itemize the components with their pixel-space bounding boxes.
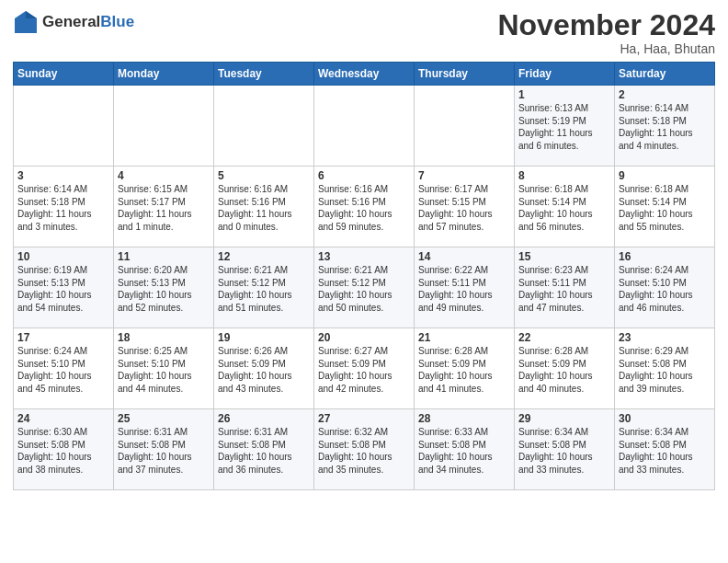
day-number: 4 [118, 169, 210, 182]
day-number: 1 [518, 88, 610, 101]
day-info: Sunrise: 6:20 AM Sunset: 5:13 PM Dayligh… [118, 264, 210, 314]
day-info: Sunrise: 6:21 AM Sunset: 5:12 PM Dayligh… [318, 264, 410, 314]
day-info: Sunrise: 6:18 AM Sunset: 5:14 PM Dayligh… [518, 183, 610, 233]
calendar-cell: 5Sunrise: 6:16 AM Sunset: 5:16 PM Daylig… [214, 167, 314, 247]
calendar-cell [14, 86, 114, 167]
calendar-cell [415, 86, 515, 167]
calendar-cell: 28Sunrise: 6:33 AM Sunset: 5:08 PM Dayli… [415, 409, 515, 490]
day-info: Sunrise: 6:21 AM Sunset: 5:12 PM Dayligh… [218, 264, 310, 314]
calendar-week-row: 17Sunrise: 6:24 AM Sunset: 5:10 PM Dayli… [14, 328, 715, 409]
title-block: November 2024 Ha, Haa, Bhutan [497, 9, 715, 56]
calendar-cell: 16Sunrise: 6:24 AM Sunset: 5:10 PM Dayli… [615, 247, 715, 328]
day-info: Sunrise: 6:15 AM Sunset: 5:17 PM Dayligh… [118, 183, 210, 233]
logo-text: GeneralBlue [42, 14, 134, 31]
day-number: 19 [218, 331, 310, 344]
calendar-cell: 19Sunrise: 6:26 AM Sunset: 5:09 PM Dayli… [214, 328, 314, 409]
day-number: 8 [518, 169, 610, 182]
day-info: Sunrise: 6:28 AM Sunset: 5:09 PM Dayligh… [418, 345, 510, 395]
day-number: 15 [518, 250, 610, 263]
day-number: 23 [619, 331, 711, 344]
day-info: Sunrise: 6:18 AM Sunset: 5:14 PM Dayligh… [619, 183, 711, 233]
day-number: 25 [118, 412, 210, 425]
day-number: 16 [619, 250, 711, 263]
day-info: Sunrise: 6:33 AM Sunset: 5:08 PM Dayligh… [418, 426, 510, 476]
month-title: November 2024 [497, 9, 715, 41]
calendar-cell: 30Sunrise: 6:34 AM Sunset: 5:08 PM Dayli… [615, 409, 715, 490]
svg-rect-2 [15, 18, 37, 33]
calendar-cell: 24Sunrise: 6:30 AM Sunset: 5:08 PM Dayli… [14, 409, 114, 490]
calendar-cell: 13Sunrise: 6:21 AM Sunset: 5:12 PM Dayli… [314, 247, 415, 328]
day-number: 6 [318, 169, 410, 182]
calendar-cell [214, 86, 314, 167]
calendar-cell: 9Sunrise: 6:18 AM Sunset: 5:14 PM Daylig… [615, 167, 715, 247]
day-info: Sunrise: 6:25 AM Sunset: 5:10 PM Dayligh… [118, 345, 210, 395]
day-info: Sunrise: 6:34 AM Sunset: 5:08 PM Dayligh… [619, 426, 711, 476]
weekday-header: Saturday [615, 63, 715, 86]
calendar-cell: 8Sunrise: 6:18 AM Sunset: 5:14 PM Daylig… [515, 167, 615, 247]
weekday-header: Friday [515, 63, 615, 86]
day-number: 26 [218, 412, 310, 425]
day-number: 2 [619, 88, 711, 101]
day-info: Sunrise: 6:23 AM Sunset: 5:11 PM Dayligh… [518, 264, 610, 314]
weekday-header: Monday [114, 63, 214, 86]
day-number: 18 [118, 331, 210, 344]
weekday-row: SundayMondayTuesdayWednesdayThursdayFrid… [14, 63, 715, 86]
calendar-cell: 25Sunrise: 6:31 AM Sunset: 5:08 PM Dayli… [114, 409, 214, 490]
calendar-cell [114, 86, 214, 167]
logo-general: General [42, 13, 100, 30]
calendar-cell: 1Sunrise: 6:13 AM Sunset: 5:19 PM Daylig… [515, 86, 615, 167]
calendar-cell: 2Sunrise: 6:14 AM Sunset: 5:18 PM Daylig… [615, 86, 715, 167]
calendar-cell: 29Sunrise: 6:34 AM Sunset: 5:08 PM Dayli… [515, 409, 615, 490]
day-info: Sunrise: 6:17 AM Sunset: 5:15 PM Dayligh… [418, 183, 510, 233]
calendar-body: 1Sunrise: 6:13 AM Sunset: 5:19 PM Daylig… [14, 86, 715, 490]
calendar-cell: 20Sunrise: 6:27 AM Sunset: 5:09 PM Dayli… [314, 328, 415, 409]
calendar-cell: 22Sunrise: 6:28 AM Sunset: 5:09 PM Dayli… [515, 328, 615, 409]
calendar-cell [314, 86, 415, 167]
day-info: Sunrise: 6:28 AM Sunset: 5:09 PM Dayligh… [518, 345, 610, 395]
day-number: 28 [418, 412, 510, 425]
day-number: 24 [17, 412, 109, 425]
day-info: Sunrise: 6:19 AM Sunset: 5:13 PM Dayligh… [17, 264, 109, 314]
calendar-table: SundayMondayTuesdayWednesdayThursdayFrid… [13, 62, 715, 490]
day-info: Sunrise: 6:14 AM Sunset: 5:18 PM Dayligh… [17, 183, 109, 233]
day-info: Sunrise: 6:16 AM Sunset: 5:16 PM Dayligh… [218, 183, 310, 233]
calendar-cell: 14Sunrise: 6:22 AM Sunset: 5:11 PM Dayli… [415, 247, 515, 328]
day-number: 14 [418, 250, 510, 263]
calendar-cell: 12Sunrise: 6:21 AM Sunset: 5:12 PM Dayli… [214, 247, 314, 328]
day-info: Sunrise: 6:24 AM Sunset: 5:10 PM Dayligh… [17, 345, 109, 395]
day-info: Sunrise: 6:31 AM Sunset: 5:08 PM Dayligh… [118, 426, 210, 476]
calendar-cell: 11Sunrise: 6:20 AM Sunset: 5:13 PM Dayli… [114, 247, 214, 328]
weekday-header: Sunday [14, 63, 114, 86]
calendar-week-row: 24Sunrise: 6:30 AM Sunset: 5:08 PM Dayli… [14, 409, 715, 490]
day-number: 3 [17, 169, 109, 182]
calendar-week-row: 10Sunrise: 6:19 AM Sunset: 5:13 PM Dayli… [14, 247, 715, 328]
day-info: Sunrise: 6:16 AM Sunset: 5:16 PM Dayligh… [318, 183, 410, 233]
calendar-cell: 10Sunrise: 6:19 AM Sunset: 5:13 PM Dayli… [14, 247, 114, 328]
calendar-cell: 23Sunrise: 6:29 AM Sunset: 5:08 PM Dayli… [615, 328, 715, 409]
calendar-cell: 21Sunrise: 6:28 AM Sunset: 5:09 PM Dayli… [415, 328, 515, 409]
logo-blue: Blue [100, 13, 134, 30]
day-number: 13 [318, 250, 410, 263]
day-number: 22 [518, 331, 610, 344]
svg-marker-1 [26, 11, 37, 18]
location: Ha, Haa, Bhutan [497, 41, 715, 56]
calendar-cell: 17Sunrise: 6:24 AM Sunset: 5:10 PM Dayli… [14, 328, 114, 409]
calendar-header: SundayMondayTuesdayWednesdayThursdayFrid… [14, 63, 715, 86]
calendar-week-row: 3Sunrise: 6:14 AM Sunset: 5:18 PM Daylig… [14, 167, 715, 247]
day-info: Sunrise: 6:34 AM Sunset: 5:08 PM Dayligh… [518, 426, 610, 476]
day-info: Sunrise: 6:26 AM Sunset: 5:09 PM Dayligh… [218, 345, 310, 395]
day-number: 5 [218, 169, 310, 182]
day-number: 29 [518, 412, 610, 425]
day-number: 27 [318, 412, 410, 425]
day-number: 7 [418, 169, 510, 182]
day-info: Sunrise: 6:31 AM Sunset: 5:08 PM Dayligh… [218, 426, 310, 476]
calendar-cell: 6Sunrise: 6:16 AM Sunset: 5:16 PM Daylig… [314, 167, 415, 247]
day-info: Sunrise: 6:30 AM Sunset: 5:08 PM Dayligh… [17, 426, 109, 476]
day-info: Sunrise: 6:13 AM Sunset: 5:19 PM Dayligh… [518, 102, 610, 152]
calendar-cell: 7Sunrise: 6:17 AM Sunset: 5:15 PM Daylig… [415, 167, 515, 247]
calendar-page: GeneralBlue November 2024 Ha, Haa, Bhuta… [0, 0, 728, 563]
calendar-week-row: 1Sunrise: 6:13 AM Sunset: 5:19 PM Daylig… [14, 86, 715, 167]
calendar-cell: 3Sunrise: 6:14 AM Sunset: 5:18 PM Daylig… [14, 167, 114, 247]
day-number: 21 [418, 331, 510, 344]
weekday-header: Tuesday [214, 63, 314, 86]
